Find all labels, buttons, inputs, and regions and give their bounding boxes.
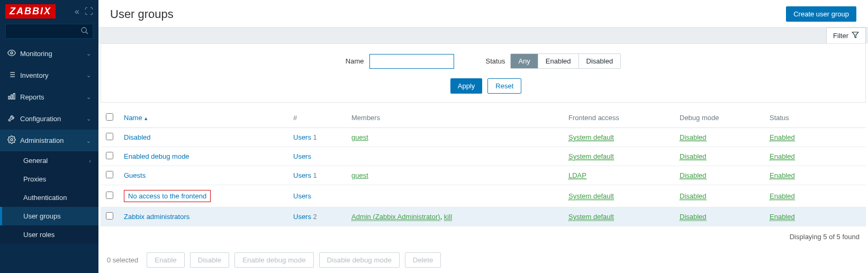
table-row: DisabledUsers 1guestSystem defaultDisabl… [101,128,866,147]
frontend-access-link[interactable]: System default [568,133,614,142]
users-link[interactable]: Users [293,133,311,141]
users-count: 1 [311,171,317,179]
row-checkbox[interactable] [106,171,113,178]
bulk-disable-debug-button[interactable]: Disable debug mode [319,252,400,268]
status-link[interactable]: Enabled [770,152,795,161]
debug-mode-link[interactable]: Disabled [680,171,707,180]
sidebar-collapse-icon[interactable]: « [75,7,79,16]
status-option-enabled[interactable]: Enabled [538,54,578,68]
chevron-down-icon: ⌄ [86,94,91,101]
svg-point-2 [11,52,13,54]
svg-line-1 [86,32,88,34]
status-link[interactable]: Enabled [770,192,795,201]
subnav-proxies[interactable]: Proxies [0,170,98,188]
status-link[interactable]: Enabled [770,133,795,142]
nav-label: Monitoring [20,50,52,58]
nav-item-configuration[interactable]: Configuration ⌄ [0,108,98,130]
nav-item-reports[interactable]: Reports ⌄ [0,86,98,108]
users-link[interactable]: Users [293,213,311,221]
frontend-access-link[interactable]: LDAP [568,171,586,180]
subnav-general[interactable]: General › [0,151,98,170]
table-row: Zabbix administratorsUsers 2Admin (Zabbi… [101,207,866,226]
status-link[interactable]: Enabled [770,213,795,221]
status-option-any[interactable]: Any [511,54,537,68]
member-link[interactable]: guest [351,171,368,179]
row-checkbox[interactable] [106,152,113,159]
svg-rect-10 [11,95,13,99]
users-count: 2 [311,213,317,221]
status-link[interactable]: Enabled [770,171,795,180]
member-link[interactable]: kill [444,213,452,221]
logo[interactable]: ZABBIX [5,4,56,19]
search-icon[interactable] [80,26,89,37]
bulk-delete-button[interactable]: Delete [405,252,441,268]
subnav-user-roles[interactable]: User roles [0,225,98,244]
main-content: User groups Create user group Filter Nam… [98,0,868,273]
filter-status-label: Status [486,57,505,65]
group-name-link[interactable]: Zabbix administrators [124,213,189,221]
bulk-disable-button[interactable]: Disable [190,252,229,268]
users-link[interactable]: Users [293,192,311,200]
table-footer: Displaying 5 of 5 found [101,226,866,247]
status-segmented-control: Any Enabled Disabled [510,53,621,69]
subnav-user-groups[interactable]: User groups [0,207,98,225]
row-checkbox[interactable] [106,212,113,220]
sidebar-search [5,24,93,39]
create-user-group-button[interactable]: Create user group [786,6,856,22]
group-name-link[interactable]: No access to the frontend [128,192,206,200]
chevron-right-icon: › [89,158,91,164]
select-all-checkbox[interactable] [106,113,113,121]
debug-mode-link[interactable]: Disabled [680,192,707,201]
member-link[interactable]: guest [351,133,368,141]
bulk-actions: 0 selected Enable Disable Enable debug m… [101,247,866,273]
debug-mode-link[interactable]: Disabled [680,213,707,221]
col-header-members: Members [346,108,563,128]
col-header-frontend: Frontend access [563,108,674,128]
filter-toggle-bar: Filter [98,28,868,43]
group-name-link[interactable]: Disabled [124,133,151,141]
chevron-down-icon: ⌄ [86,50,91,57]
users-link[interactable]: Users [293,152,311,160]
wrench-icon [7,114,20,124]
svg-point-12 [11,139,13,141]
member-link[interactable]: Admin (Zabbix Administrator) [351,213,440,221]
col-header-debug: Debug mode [674,108,764,128]
users-count: 1 [311,133,317,141]
sidebar-edit-icon[interactable]: ⛶ [85,7,93,16]
filter-tab[interactable]: Filter [826,28,866,43]
subnav-label: User groups [23,212,61,220]
nav-item-administration[interactable]: Administration ⌃ [0,130,98,151]
apply-button[interactable]: Apply [450,78,483,94]
nav-label: Inventory [20,71,48,79]
frontend-access-link[interactable]: System default [568,152,614,161]
debug-mode-link[interactable]: Disabled [680,152,707,161]
frontend-access-link[interactable]: System default [568,213,614,221]
bulk-enable-debug-button[interactable]: Enable debug mode [234,252,313,268]
frontend-access-link[interactable]: System default [568,192,614,201]
filter-actions: Apply Reset [101,78,865,94]
col-header-status: Status [764,108,866,128]
page-header: User groups Create user group [98,0,868,28]
group-name-link[interactable]: Guests [124,171,146,179]
status-option-disabled[interactable]: Disabled [578,54,621,68]
filter-tab-label: Filter [833,32,848,40]
row-checkbox[interactable] [106,192,113,199]
filter-panel: Name Status Any Enabled Disabled Apply R… [101,43,866,103]
filter-name-input[interactable] [369,54,454,69]
chevron-down-icon: ⌄ [86,72,91,79]
users-link[interactable]: Users [293,171,311,179]
sidebar-top-icons: « ⛶ [75,7,93,16]
row-checkbox[interactable] [106,133,113,140]
nav-label: Configuration [20,115,61,123]
nav-item-inventory[interactable]: Inventory ⌄ [0,65,98,86]
group-name-link[interactable]: Enabled debug mode [124,152,189,160]
reset-button[interactable]: Reset [487,78,521,94]
bulk-enable-button[interactable]: Enable [147,252,185,268]
table-row: No access to the frontendUsersSystem def… [101,185,866,207]
gear-icon [7,135,20,145]
subnav-authentication[interactable]: Authentication [0,188,98,207]
col-header-name[interactable]: Name [124,114,148,122]
selected-count: 0 selected [107,256,138,264]
nav-item-monitoring[interactable]: Monitoring ⌄ [0,43,98,65]
debug-mode-link[interactable]: Disabled [680,133,707,142]
